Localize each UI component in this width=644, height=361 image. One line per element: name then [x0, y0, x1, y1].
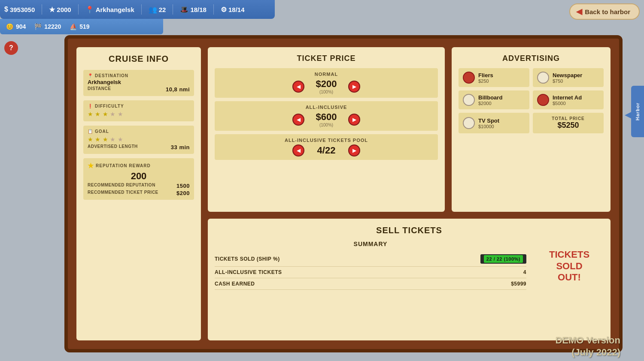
- sold-out-badge: TICKETS SOLD OUT!: [535, 241, 604, 292]
- exclamation-icon: ❗: [88, 104, 93, 108]
- sell-inner: SUMMARY TICKETS SOLD (SHIP %) 22 / 22 (1…: [215, 241, 604, 292]
- billboard-radio-button[interactable]: [463, 94, 475, 106]
- billboard-ad-item: Billboard $2000: [459, 90, 529, 109]
- stat2: 🏁 12220: [34, 23, 61, 30]
- difficulty-star-2: ★: [95, 111, 100, 117]
- normal-price-pct: (100%): [311, 90, 341, 94]
- summary-title: SUMMARY: [215, 241, 526, 247]
- goal-section: 📋 GOAL ★ ★ ★ ★ ★ ADVERTISED LENGTH 33 mi…: [83, 126, 194, 154]
- tvspot-name: TV Spot: [478, 117, 499, 124]
- difficulty-star-4: ★: [110, 111, 115, 117]
- cash-earned-row: CASH EARNED $5999: [215, 278, 526, 290]
- allinclusive-price-value: $600: [311, 111, 341, 123]
- location-stat: 📍 Arkhangelsk: [85, 6, 134, 14]
- pool-ticket-label: ALL-INCLUSIVE TICKETS POOL: [285, 138, 368, 143]
- summary-section: SUMMARY TICKETS SOLD (SHIP %) 22 / 22 (1…: [215, 241, 526, 292]
- rep-star-icon: ★: [88, 162, 94, 170]
- fliers-ad-item: Fliers $250: [459, 68, 529, 87]
- goal-star-2: ★: [95, 136, 100, 143]
- newspaper-radio-button[interactable]: [537, 72, 549, 84]
- reputation-reward-label: ★ REPUTATION REWARD: [88, 162, 190, 170]
- advertising-title: ADVERTISING: [459, 54, 604, 63]
- sell-tickets-panel: SELL TICKETS SUMMARY TICKETS SOLD (SHIP …: [208, 219, 611, 340]
- top-bar: $ 3953050 ★ 2000 📍 Arkhangelsk 👥 22 🎩 18…: [0, 0, 275, 19]
- newspaper-price: $750: [553, 78, 582, 84]
- difficulty-star-5: ★: [118, 111, 123, 117]
- help-button[interactable]: ?: [4, 41, 18, 55]
- normal-ticket-controls: ◀ $200 (100%) ▶: [292, 78, 360, 94]
- billboard-name: Billboard: [478, 94, 502, 101]
- stat3: ⛵ 519: [70, 23, 89, 30]
- back-to-harbor-button[interactable]: Back to harbor: [569, 3, 640, 20]
- difficulty-star-1: ★: [88, 111, 93, 117]
- ticket-price-title: TICKET PRICE: [215, 54, 438, 63]
- fliers-price: $250: [478, 78, 493, 84]
- advertised-length-row: ADVERTISED LENGTH 33 min: [88, 144, 190, 150]
- location-icon: 📍: [85, 6, 94, 14]
- tvspot-radio-button[interactable]: [463, 117, 475, 129]
- difficulty-label: ❗ DIFFICULTY: [88, 104, 190, 108]
- distance-row: DISTANCE 10,8 nmi: [88, 86, 190, 93]
- fliers-radio-button[interactable]: [463, 72, 475, 84]
- goal-star-4: ★: [110, 136, 115, 143]
- allinclusive-price-decrease-button[interactable]: ◀: [292, 114, 304, 126]
- internet-name: Internet Ad: [553, 94, 582, 101]
- advertising-panel: ADVERTISING Fliers $250 Newspaper $750: [452, 47, 611, 212]
- allinclusive-ticket-label: ALL-INCLUSIVE: [306, 105, 347, 110]
- cash-earned-value: $5999: [511, 281, 526, 287]
- pool-decrease-button[interactable]: ◀: [292, 144, 304, 156]
- face-icon: 😊: [6, 23, 13, 30]
- allinclusive-price-pct: (100%): [311, 123, 341, 127]
- tickets-sold-value: 22 / 22 (100%): [484, 255, 523, 263]
- allinclusive-tickets-row: ALL-INCLUSIVE TICKETS 4: [215, 267, 526, 278]
- pool-value: 4/22: [311, 145, 341, 156]
- tickets-sold-label: TICKETS SOLD (SHIP %): [215, 256, 280, 262]
- normal-price-value: $200: [311, 78, 341, 90]
- allinclusive-price-increase-button[interactable]: ▶: [348, 114, 360, 126]
- second-bar: 😊 904 🏁 12220 ⛵ 519: [0, 19, 163, 34]
- internet-ad-item: Internet Ad $5000: [533, 90, 604, 109]
- goal-star-1: ★: [88, 136, 93, 143]
- harbor-tab[interactable]: Harbor: [631, 86, 644, 137]
- pool-increase-button[interactable]: ▶: [348, 144, 360, 156]
- passengers-stat: 👥 22: [149, 6, 166, 14]
- goal-star-3: ★: [103, 136, 108, 143]
- ad-total-box: TOTAL PRICE $5250: [533, 113, 604, 133]
- allinclusive-tickets-value: 4: [523, 269, 526, 275]
- recommended-ticket-row: RECOMMENDED TICKET PRICE $200: [88, 190, 190, 196]
- fliers-name: Fliers: [478, 72, 493, 78]
- normal-price-decrease-button[interactable]: ◀: [292, 81, 304, 93]
- normal-price-increase-button[interactable]: ▶: [348, 81, 360, 93]
- tickets-sold-row: TICKETS SOLD (SHIP %) 22 / 22 (100%): [215, 252, 526, 267]
- pool-ticket-controls: ◀ 4/22 ▶: [292, 144, 360, 156]
- settings-stat: ⚙ 18/14: [221, 6, 245, 14]
- difficulty-star-3: ★: [103, 111, 108, 117]
- reputation-reward-section: ★ REPUTATION REWARD 200 RECOMMENDED REPU…: [83, 158, 194, 200]
- harbor-tab-arrow: ◀: [625, 109, 631, 120]
- billboard-price: $2000: [478, 101, 502, 106]
- ticket-price-panel: TICKET PRICE NORMAL ◀ $200 (100%) ▶ ALL-…: [208, 47, 445, 212]
- star-icon: ★: [49, 6, 55, 14]
- difficulty-section: ❗ DIFFICULTY ★ ★ ★ ★ ★: [83, 100, 194, 121]
- internet-radio-button[interactable]: [537, 94, 549, 106]
- goal-icon: 📋: [88, 129, 93, 134]
- stat1: 😊 904: [6, 23, 26, 30]
- tvspot-price: $10000: [478, 124, 499, 129]
- money-icon: $: [4, 6, 8, 13]
- cash-earned-label: CASH EARNED: [215, 281, 255, 287]
- destination-value: Arkhangelsk: [88, 79, 190, 85]
- newspaper-name: Newspaper: [553, 72, 582, 78]
- sell-tickets-title: SELL TICKETS: [215, 226, 604, 235]
- goal-star-5: ★: [118, 136, 123, 143]
- demo-watermark: DEMO Version (July 2022): [555, 334, 620, 359]
- main-board: CRUISE INFO 📍 DESTINATION Arkhangelsk DI…: [64, 35, 623, 352]
- flag-icon: 🏁: [34, 23, 42, 30]
- internet-price: $5000: [553, 101, 582, 106]
- normal-ticket-label: NORMAL: [315, 72, 338, 77]
- ad-total-label: TOTAL PRICE: [537, 116, 599, 121]
- gear-icon: ⚙: [221, 6, 227, 14]
- destination-label: 📍 DESTINATION: [88, 73, 190, 78]
- destination-icon: 📍: [88, 73, 93, 78]
- reputation-reward-value: 200: [88, 171, 190, 182]
- tickets-sold-progress: 22 / 22 (100%): [480, 254, 526, 264]
